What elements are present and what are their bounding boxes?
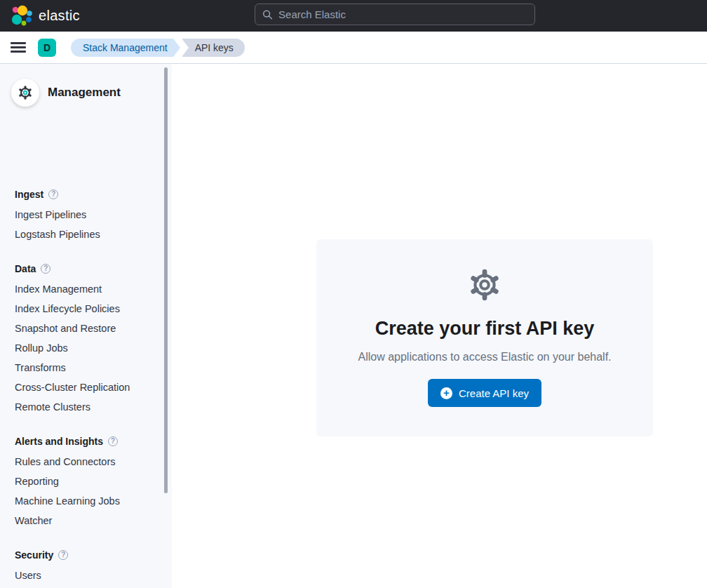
management-sidebar: Management Ingest?Ingest PipelinesLogsta…	[0, 64, 172, 588]
section-label: Security	[15, 549, 53, 561]
sidebar-item-reporting[interactable]: Reporting	[15, 472, 154, 491]
sidebar-item-machine-learning-jobs[interactable]: Machine Learning Jobs	[15, 491, 154, 511]
sidebar-item-rollup-jobs[interactable]: Rollup Jobs	[15, 338, 154, 358]
sidebar-item-rules-and-connectors[interactable]: Rules and Connectors	[15, 452, 154, 472]
sidebar-sections: Ingest?Ingest PipelinesLogstash Pipeline…	[0, 178, 161, 588]
sidebar-item-logstash-pipelines[interactable]: Logstash Pipelines	[15, 225, 154, 244]
section-header: Alerts and Insights?	[15, 431, 154, 452]
elastic-logo[interactable]: elastic	[10, 5, 80, 27]
section-header: Security?	[15, 544, 154, 566]
breadcrumb: Stack Management API keys	[71, 39, 245, 57]
sidebar-item-snapshot-and-restore[interactable]: Snapshot and Restore	[15, 319, 154, 338]
section-label: Data	[15, 263, 36, 274]
gear-icon	[18, 85, 33, 100]
global-search[interactable]	[255, 4, 535, 25]
space-avatar[interactable]: D	[38, 39, 56, 57]
help-icon[interactable]: ?	[41, 264, 50, 274]
sidebar-item-ingest-pipelines[interactable]: Ingest Pipelines	[15, 205, 154, 225]
sidebar-item-index-management[interactable]: Index Management	[15, 279, 154, 299]
search-icon	[262, 9, 273, 20]
breadcrumb-bar: D Stack Management API keys	[0, 32, 707, 64]
sidebar-section-ingest: Ingest?Ingest PipelinesLogstash Pipeline…	[15, 184, 154, 244]
sidebar-header: Management	[11, 79, 121, 107]
breadcrumb-api-keys[interactable]: API keys	[182, 39, 245, 57]
sidebar-section-security: Security?UsersRolesAPI keysRole Mappings	[15, 544, 154, 588]
sidebar-section-alerts-and-insights: Alerts and Insights?Rules and Connectors…	[15, 431, 154, 530]
empty-state-title: Create your first API key	[316, 318, 653, 340]
sidebar-item-remote-clusters[interactable]: Remote Clusters	[15, 397, 154, 417]
sidebar-item-users[interactable]: Users	[15, 566, 154, 585]
section-label: Ingest	[15, 189, 43, 200]
section-header: Ingest?	[15, 184, 154, 205]
search-input[interactable]	[278, 8, 527, 20]
elastic-logo-icon	[10, 5, 32, 27]
menu-icon[interactable]	[11, 42, 26, 53]
sidebar-item-transforms[interactable]: Transforms	[15, 358, 154, 377]
sidebar-item-watcher[interactable]: Watcher	[15, 511, 154, 530]
sidebar-item-cross-cluster-replication[interactable]: Cross-Cluster Replication	[15, 377, 154, 397]
top-header-bar: elastic	[0, 0, 707, 32]
sidebar-item-roles[interactable]: Roles	[15, 585, 154, 588]
breadcrumb-stack-management[interactable]: Stack Management	[71, 39, 173, 57]
management-app-avatar	[11, 79, 39, 107]
sidebar-title: Management	[48, 86, 121, 100]
brand-name: elastic	[39, 8, 80, 24]
gear-icon-large	[316, 267, 653, 305]
help-icon[interactable]: ?	[48, 189, 58, 199]
sidebar-item-index-lifecycle-policies[interactable]: Index Lifecycle Policies	[15, 299, 154, 319]
sidebar-section-data: Data?Index ManagementIndex Lifecycle Pol…	[15, 258, 154, 417]
section-header: Data?	[15, 258, 154, 279]
help-icon[interactable]: ?	[58, 550, 68, 560]
plus-icon: +	[440, 387, 452, 399]
section-label: Alerts and Insights	[15, 436, 103, 447]
empty-state-panel: Create your first API key Allow applicat…	[316, 239, 653, 436]
create-api-key-label: Create API key	[459, 387, 529, 399]
sidebar-scrollbar[interactable]	[164, 67, 168, 493]
create-api-key-button[interactable]: + Create API key	[428, 379, 541, 407]
help-icon[interactable]: ?	[108, 436, 118, 446]
empty-state-subtitle: Allow applications to access Elastic on …	[316, 351, 653, 363]
